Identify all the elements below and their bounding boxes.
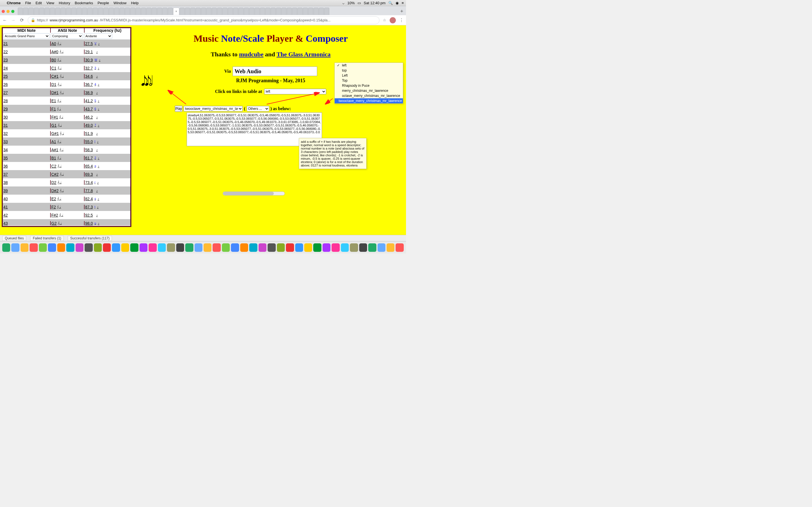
browser-tab[interactable] [239, 8, 244, 15]
browser-tab[interactable] [162, 8, 167, 15]
midi-note-link[interactable]: 32 [3, 131, 51, 136]
dock-app-icon[interactable] [387, 243, 395, 252]
dock-app-icon[interactable] [222, 243, 230, 252]
dock-app-icon[interactable] [313, 243, 321, 252]
others-select[interactable]: Others ... [247, 106, 269, 112]
browser-tab[interactable] [308, 8, 313, 15]
freq-link[interactable]: 41.2 5 ♪ [85, 99, 130, 103]
dock-app-icon[interactable] [332, 243, 340, 252]
ansi-note-link[interactable]: C2 𝄞 ♩ [51, 164, 85, 168]
freq-link[interactable]: 34.6 ♪ [85, 74, 130, 78]
menu-bookmarks[interactable]: Bookmarks [75, 1, 93, 5]
midi-note-link[interactable]: 24 [3, 66, 51, 70]
midi-note-link[interactable]: 22 [3, 50, 51, 54]
tempo-select[interactable]: Andante [84, 33, 112, 39]
dock-app-icon[interactable] [249, 243, 257, 252]
dropdown-option[interactable]: Left [335, 73, 403, 78]
ansi-note-link[interactable]: C#2 𝄞 ♩ [51, 172, 85, 177]
dock-app-icon[interactable] [130, 243, 138, 252]
ansi-note-link[interactable]: B1 𝄞 ♩ [51, 156, 85, 160]
dock-app-icon[interactable] [121, 243, 129, 252]
ansi-note-link[interactable]: F#2 𝄞 ♩ [51, 213, 85, 217]
browser-tab[interactable] [93, 8, 98, 15]
freq-link[interactable]: 98.0 u ♪ [85, 221, 130, 226]
freq-link[interactable]: 36.7 4 ♪ [85, 82, 130, 87]
ansi-note-link[interactable]: D1 𝄞 ♩ [51, 82, 85, 87]
new-tab-button[interactable]: + [399, 8, 404, 15]
midi-note-link[interactable]: 40 [3, 196, 51, 201]
midi-note-link[interactable]: 26 [3, 82, 51, 87]
midi-note-link[interactable]: 21 [3, 41, 51, 46]
browser-tab[interactable] [282, 8, 287, 15]
dock-app-icon[interactable] [350, 243, 358, 252]
mode-select[interactable]: Composing [51, 33, 83, 39]
menu-history[interactable]: History [59, 1, 70, 5]
dock-app-icon[interactable] [213, 243, 220, 252]
dock-app-icon[interactable] [167, 243, 175, 252]
ansi-note-link[interactable]: C#1 𝄞 ♩ [51, 74, 85, 78]
dock-app-icon[interactable] [30, 243, 38, 252]
freq-link[interactable]: 73.4 r ♪ [85, 180, 130, 185]
browser-tab[interactable] [271, 8, 276, 15]
browser-tab[interactable] [71, 8, 77, 15]
midi-note-link[interactable]: 29 [3, 107, 51, 111]
browser-tab[interactable] [260, 8, 265, 15]
ansi-note-link[interactable]: D#1 𝄞 ♩ [51, 91, 85, 95]
browser-tab[interactable] [82, 8, 87, 15]
freq-link[interactable]: 82.4 s ♪ [85, 196, 130, 201]
midi-note-link[interactable]: 31 [3, 123, 51, 128]
dock-app-icon[interactable] [396, 243, 403, 252]
browser-tab[interactable] [249, 8, 254, 15]
midi-note-link[interactable]: 23 [3, 58, 51, 62]
dock-app-icon[interactable] [103, 243, 111, 252]
dock-app-icon[interactable] [158, 243, 166, 252]
ansi-note-link[interactable]: E1 𝄞 ♩ [51, 99, 85, 103]
back-button[interactable]: ← [2, 18, 7, 23]
browser-tab[interactable] [55, 8, 60, 15]
browser-tab[interactable] [297, 8, 303, 15]
dock-app-icon[interactable] [140, 243, 147, 252]
browser-tab[interactable] [190, 8, 195, 15]
ansi-note-link[interactable]: C1 𝄞 ♩ [51, 66, 85, 70]
browser-tab[interactable]: × [173, 8, 179, 15]
dock-app-icon[interactable] [359, 243, 367, 252]
browser-tab[interactable] [66, 8, 71, 15]
freq-link[interactable]: 69.3 ♪ [85, 172, 130, 177]
ansi-note-link[interactable]: A#1 𝄞 ♩ [51, 148, 85, 152]
menu-edit[interactable]: Edit [36, 1, 42, 5]
dock-app-icon[interactable] [149, 243, 156, 252]
dock-app-icon[interactable] [85, 243, 93, 252]
browser-tab[interactable] [313, 8, 319, 15]
browser-tab[interactable] [185, 8, 190, 15]
dock-app-icon[interactable] [176, 243, 184, 252]
play-button[interactable]: Play [175, 106, 183, 112]
position-select[interactable]: left [264, 89, 326, 94]
ansi-note-link[interactable]: D#2 𝄞 ♩ [51, 188, 85, 193]
browser-tab[interactable] [125, 8, 130, 15]
dock-app-icon[interactable] [231, 243, 239, 252]
freq-link[interactable]: 77.8 ♪ [85, 188, 130, 193]
browser-tab[interactable] [98, 8, 103, 15]
successful-transfers-tab[interactable]: Successful transfers (117) [68, 236, 112, 241]
midi-note-link[interactable]: 25 [3, 74, 51, 78]
queued-files-tab[interactable]: Queued files [2, 236, 26, 241]
dropdown-option[interactable]: octave_merry_christmas_mr_lawrence [335, 93, 403, 98]
browser-tab[interactable] [23, 8, 28, 15]
browser-tab[interactable] [276, 8, 281, 15]
wifi-icon[interactable]: ⌵ [342, 1, 345, 5]
dock-app-icon[interactable] [377, 243, 386, 252]
freq-link[interactable]: 61.7 2 ♪ [85, 156, 130, 160]
browser-tab[interactable] [196, 8, 201, 15]
midi-note-link[interactable]: 33 [3, 139, 51, 144]
browser-tab[interactable] [217, 8, 222, 15]
ansi-note-link[interactable]: G#1 𝄞 ♩ [51, 131, 85, 136]
failed-transfers-tab[interactable]: Failed transfers (1) [30, 236, 64, 241]
dock-app-icon[interactable] [39, 243, 47, 252]
dock-app-icon[interactable] [341, 243, 349, 252]
ansi-note-link[interactable]: F2 𝄞 ♩ [51, 205, 85, 209]
dropdown-option[interactable]: ✓left [335, 63, 403, 68]
browser-tab[interactable] [109, 8, 114, 15]
browser-tab[interactable] [292, 8, 297, 15]
browser-tab[interactable] [206, 8, 211, 15]
ansi-note-link[interactable]: A#0 𝄞 ♩ [51, 50, 85, 54]
